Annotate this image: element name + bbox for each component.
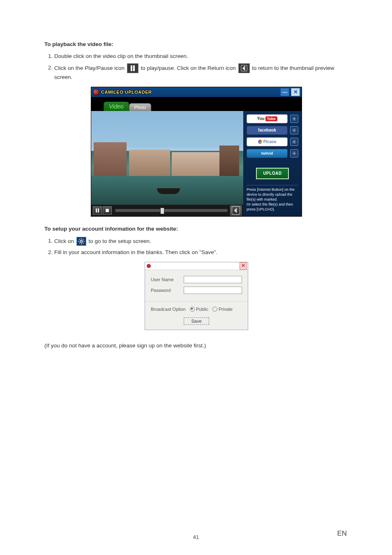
app-title: CAMILEO UPLOADER — [101, 90, 279, 95]
gear-icon — [76, 237, 86, 246]
account-note: (If you do not have a account, please si… — [44, 342, 348, 349]
return-icon — [238, 63, 250, 73]
svg-point-7 — [294, 141, 295, 142]
picasa-gear-icon[interactable] — [290, 138, 298, 146]
service-picasa[interactable]: Picasa — [247, 137, 288, 146]
preview-pane — [91, 111, 243, 216]
close-button[interactable]: ✕ — [291, 88, 300, 96]
service-twitvid[interactable]: twitvid — [247, 149, 288, 158]
playback-list: Double click on the video clip on the th… — [44, 52, 348, 82]
account-step-1: Click on to go to the setup screen. — [54, 237, 348, 246]
broadcast-label: Broadcast Option — [151, 307, 186, 312]
service-facebook[interactable]: facebook — [247, 126, 288, 135]
svg-point-5 — [294, 118, 295, 119]
radio-public-label: Public — [196, 307, 208, 312]
account-step-2: Fill in your account information in the … — [54, 248, 348, 257]
page-lang: EN — [337, 530, 347, 538]
radio-public-circle — [190, 307, 195, 312]
facebook-gear-icon[interactable] — [290, 126, 298, 134]
svg-rect-1 — [96, 208, 97, 213]
controls — [91, 205, 243, 216]
picasa-label: Picasa — [263, 139, 277, 144]
youtube-gear-icon[interactable] — [290, 115, 298, 123]
account-title: To setup your account information for th… — [44, 226, 348, 232]
pause-icon — [127, 63, 138, 73]
svg-point-6 — [294, 130, 295, 131]
playback-title: To playback the video file: — [44, 41, 348, 47]
titlebar: CAMILEO UPLOADER — ✕ — [91, 87, 302, 97]
radio-private[interactable]: Private — [212, 307, 233, 312]
app-icon — [93, 89, 99, 95]
upload-hint-2: Or select the file(s) and then press [UP… — [247, 202, 298, 212]
upload-button[interactable]: UPLOAD — [256, 168, 289, 179]
playback-step-2a: Click on the Play/Pause icon — [54, 65, 126, 71]
progress-track[interactable] — [115, 209, 228, 212]
uploader-window: CAMILEO UPLOADER — ✕ Video Photo — [91, 87, 302, 217]
account-list: Click on to go to the setup screen. Fill… — [44, 237, 348, 257]
account-dialog: ✕ User Name Password Broadcast Option Pu… — [145, 262, 248, 330]
page-number: 41 — [193, 534, 199, 540]
playback-step-1: Double click on the video clip on the th… — [54, 52, 348, 61]
preview-image — [91, 111, 243, 205]
stop-button[interactable] — [103, 206, 112, 215]
service-youtube[interactable]: You Tube — [247, 114, 288, 123]
svg-rect-2 — [98, 208, 99, 213]
return-button[interactable] — [230, 206, 242, 215]
svg-rect-3 — [106, 209, 109, 212]
tab-video[interactable]: Video — [104, 102, 129, 111]
radio-public[interactable]: Public — [190, 307, 208, 312]
picasa-icon — [258, 140, 262, 144]
save-button[interactable]: Save — [184, 317, 209, 325]
upload-hint-1: Press [Internet Button] on the device to… — [247, 187, 298, 202]
youtube-you: You — [257, 116, 265, 121]
minimize-button[interactable]: — — [280, 88, 289, 96]
twitvid-gear-icon[interactable] — [290, 149, 298, 157]
account-step-1a: Click on — [54, 238, 76, 244]
svg-point-9 — [80, 240, 82, 242]
pause-button[interactable] — [93, 206, 102, 215]
playback-step-2b: to play/pause. Click on the Return icon — [141, 65, 238, 71]
radio-private-label: Private — [219, 307, 233, 312]
youtube-tube: Tube — [265, 116, 277, 121]
progress-thumb[interactable] — [160, 208, 164, 214]
playback-step-2: Click on the Play/Pause icon to play/pau… — [54, 63, 348, 82]
tabs-row: Video Photo — [91, 97, 302, 111]
dialog-titlebar: ✕ — [145, 262, 248, 270]
account-step-1b: to go to the setup screen. — [89, 238, 151, 244]
svg-point-8 — [294, 153, 295, 154]
username-input[interactable] — [184, 276, 242, 283]
upload-hint: Press [Internet Button] on the device to… — [247, 185, 298, 212]
tab-photo[interactable]: Photo — [129, 103, 152, 111]
dialog-icon — [147, 264, 151, 268]
radio-private-circle — [212, 307, 217, 312]
username-label: User Name — [151, 277, 180, 282]
dialog-close-button[interactable]: ✕ — [240, 262, 247, 270]
password-input[interactable] — [184, 287, 242, 294]
services-pane: You Tube facebook Picasa — [243, 111, 302, 216]
password-label: Password — [151, 288, 180, 293]
